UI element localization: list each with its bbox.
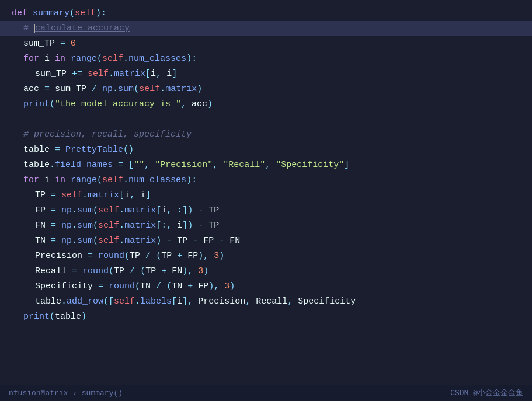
watermark: CSDN @小金金金金鱼 [450,388,523,398]
code-line: acc = sum_TP / np.sum(self.matrix) [0,82,532,97]
code-line: FN = np.sum(self.matrix[:, i]) - TP [0,218,532,233]
code-editor: def summary(self):# calculate accuracysu… [0,0,532,401]
breadcrumb: nfusionMatrix › summary() [9,389,123,397]
code-line: Precision = round(TP / (TP + FP), 3) [0,249,532,264]
code-line: # precision, recall, specificity [0,127,532,142]
code-line: print(table) [0,309,532,325]
code-line: table = PrettyTable() [0,142,532,158]
code-line: FP = np.sum(self.matrix[i, :]) - TP [0,203,532,218]
code-line: Recall = round(TP / (TP + FN), 3) [0,264,532,279]
code-line: TN = np.sum(self.matrix) - TP - FP - FN [0,233,532,249]
code-line: def summary(self): [0,6,532,21]
code-line: sum_TP += self.matrix[i, i] [0,67,532,82]
code-line: for i in range(self.num_classes): [0,51,532,67]
code-line: # calculate accuracy [0,21,532,36]
code-line: TP = self.matrix[i, i] [0,188,532,203]
code-line: sum_TP = 0 [0,36,532,51]
code-line: table.add_row([self.labels[i], Precision… [0,294,532,309]
status-bar: nfusionMatrix › summary() CSDN @小金金金金鱼 [0,385,532,401]
code-line: Specificity = round(TN / (TN + FP), 3) [0,279,532,294]
code-line: for i in range(self.num_classes): [0,173,532,188]
code-line: print("the model accuracy is ", acc) [0,97,532,112]
code-line: table.field_names = ["", "Precision", "R… [0,158,532,173]
code-line [0,112,532,127]
